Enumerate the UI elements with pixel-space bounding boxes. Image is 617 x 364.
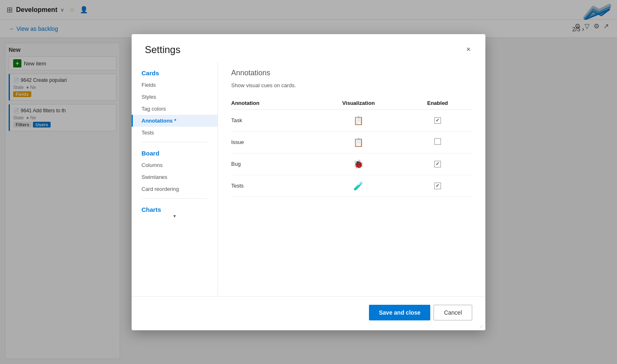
resize-handle[interactable]: ⟋ (479, 324, 484, 329)
issue-checkbox[interactable] (434, 138, 441, 145)
annotations-table: Annotation Visualization Enabled Task 📋 (231, 97, 472, 197)
nav-item-annotations[interactable]: Annotations * (132, 115, 218, 127)
enabled-tests[interactable] (408, 175, 472, 197)
task-checkbox[interactable] (434, 117, 441, 124)
nav-item-columns[interactable]: Columns (132, 159, 218, 171)
bug-viz-icon: 🐞 (353, 159, 364, 169)
table-row-issue: Issue 📋 (231, 131, 472, 153)
nav-item-swimlanes[interactable]: Swimlanes (132, 171, 218, 183)
visualization-task: 📋 (314, 109, 408, 131)
charts-arrow-icon: ▼ (141, 214, 208, 218)
tests-viz-icon: 🧪 (353, 181, 364, 191)
charts-label[interactable]: Charts (141, 206, 208, 213)
nav-section-cards[interactable]: Cards (132, 65, 218, 79)
dialog-body: Cards Fields Styles Tag colors Annotatio… (132, 56, 485, 296)
tests-checkbox[interactable] (434, 183, 441, 189)
col-header-enabled: Enabled (408, 97, 472, 110)
col-header-annotation: Annotation (231, 97, 314, 110)
nav-item-fields[interactable]: Fields (132, 79, 218, 91)
annotation-tests-label: Tests (231, 175, 314, 197)
visualization-issue: 📋 (314, 131, 408, 153)
save-and-close-button[interactable]: Save and close (369, 305, 430, 320)
overlay: Settings × Cards Fields Styles Tag color… (0, 0, 617, 364)
content-section-title: Annotations (231, 69, 472, 77)
table-row-bug: Bug 🐞 (231, 153, 472, 175)
enabled-task[interactable] (408, 109, 472, 131)
annotation-issue-label: Issue (231, 131, 314, 153)
nav-section-board[interactable]: Board (132, 146, 218, 159)
close-button[interactable]: × (464, 44, 472, 55)
app-shell: ⊞ Development ∨ ☆ 👤 → View as backlog ⚙ … (0, 0, 617, 364)
nav-item-tests[interactable]: Tests (132, 127, 218, 139)
nav-item-styles[interactable]: Styles (132, 91, 218, 103)
dialog-nav: Cards Fields Styles Tag colors Annotatio… (132, 62, 218, 296)
enabled-issue[interactable] (408, 131, 472, 153)
enabled-bug[interactable] (408, 153, 472, 175)
dialog-title: Settings (145, 44, 181, 56)
annotation-bug-label: Bug (231, 153, 314, 175)
visualization-bug: 🐞 (314, 153, 408, 175)
dialog-header: Settings × (132, 34, 485, 56)
visualization-tests: 🧪 (314, 175, 408, 197)
cancel-button[interactable]: Cancel (434, 305, 472, 320)
bug-checkbox[interactable] (434, 161, 441, 167)
settings-dialog: Settings × Cards Fields Styles Tag color… (132, 34, 485, 330)
nav-item-tag-colors[interactable]: Tag colors (132, 103, 218, 115)
table-row-tests: Tests 🧪 (231, 175, 472, 197)
content-description: Show visual cues on cards. (231, 82, 472, 88)
annotation-task-label: Task (231, 109, 314, 131)
nav-divider-2 (141, 198, 208, 199)
task-viz-icon: 📋 (353, 116, 364, 125)
table-row-task: Task 📋 (231, 109, 472, 131)
col-header-visualization: Visualization (314, 97, 408, 110)
nav-section-charts[interactable]: Charts ▼ (132, 202, 218, 220)
issue-viz-icon: 📋 (353, 137, 364, 147)
dialog-content: Annotations Show visual cues on cards. A… (218, 62, 485, 296)
nav-divider-1 (141, 142, 208, 142)
dialog-footer: Save and close Cancel (132, 296, 485, 330)
nav-item-card-reordering[interactable]: Card reordering (132, 183, 218, 195)
